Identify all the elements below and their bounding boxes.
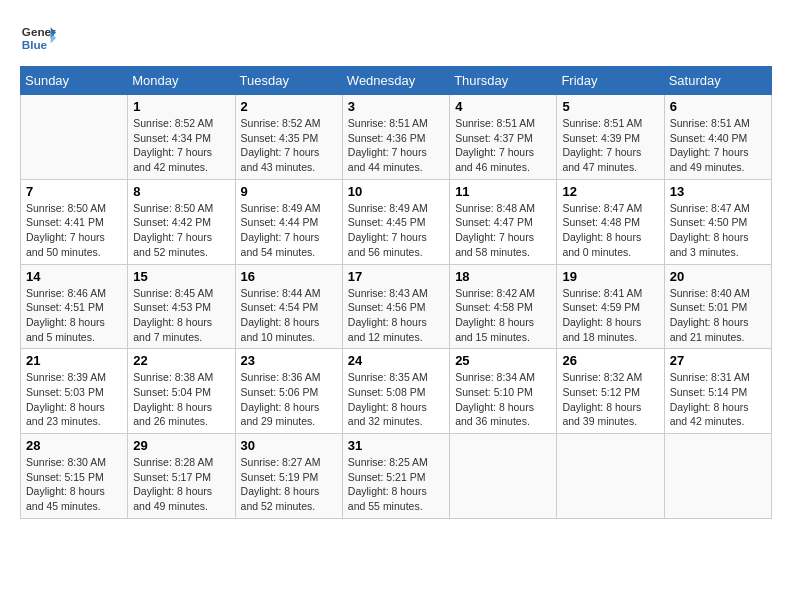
- day-info: Sunrise: 8:51 AMSunset: 4:40 PMDaylight:…: [670, 116, 766, 175]
- calendar-cell: 7 Sunrise: 8:50 AMSunset: 4:41 PMDayligh…: [21, 179, 128, 264]
- calendar-week-5: 28 Sunrise: 8:30 AMSunset: 5:15 PMDaylig…: [21, 434, 772, 519]
- calendar-cell: 9 Sunrise: 8:49 AMSunset: 4:44 PMDayligh…: [235, 179, 342, 264]
- day-number: 13: [670, 184, 766, 199]
- calendar-cell: 28 Sunrise: 8:30 AMSunset: 5:15 PMDaylig…: [21, 434, 128, 519]
- calendar-week-2: 7 Sunrise: 8:50 AMSunset: 4:41 PMDayligh…: [21, 179, 772, 264]
- day-number: 6: [670, 99, 766, 114]
- calendar-cell: 29 Sunrise: 8:28 AMSunset: 5:17 PMDaylig…: [128, 434, 235, 519]
- calendar-cell: [450, 434, 557, 519]
- day-number: 14: [26, 269, 122, 284]
- calendar-cell: 14 Sunrise: 8:46 AMSunset: 4:51 PMDaylig…: [21, 264, 128, 349]
- calendar-cell: 27 Sunrise: 8:31 AMSunset: 5:14 PMDaylig…: [664, 349, 771, 434]
- day-number: 17: [348, 269, 444, 284]
- calendar-cell: 20 Sunrise: 8:40 AMSunset: 5:01 PMDaylig…: [664, 264, 771, 349]
- calendar-table: SundayMondayTuesdayWednesdayThursdayFrid…: [20, 66, 772, 519]
- calendar-cell: 1 Sunrise: 8:52 AMSunset: 4:34 PMDayligh…: [128, 95, 235, 180]
- calendar-cell: [21, 95, 128, 180]
- calendar-cell: 13 Sunrise: 8:47 AMSunset: 4:50 PMDaylig…: [664, 179, 771, 264]
- day-info: Sunrise: 8:51 AMSunset: 4:39 PMDaylight:…: [562, 116, 658, 175]
- calendar-cell: 6 Sunrise: 8:51 AMSunset: 4:40 PMDayligh…: [664, 95, 771, 180]
- day-info: Sunrise: 8:39 AMSunset: 5:03 PMDaylight:…: [26, 370, 122, 429]
- calendar-cell: 21 Sunrise: 8:39 AMSunset: 5:03 PMDaylig…: [21, 349, 128, 434]
- day-number: 29: [133, 438, 229, 453]
- weekday-header-thursday: Thursday: [450, 67, 557, 95]
- day-number: 11: [455, 184, 551, 199]
- day-number: 12: [562, 184, 658, 199]
- day-info: Sunrise: 8:49 AMSunset: 4:44 PMDaylight:…: [241, 201, 337, 260]
- svg-text:Blue: Blue: [22, 38, 48, 51]
- day-info: Sunrise: 8:51 AMSunset: 4:37 PMDaylight:…: [455, 116, 551, 175]
- day-number: 23: [241, 353, 337, 368]
- day-number: 2: [241, 99, 337, 114]
- day-info: Sunrise: 8:30 AMSunset: 5:15 PMDaylight:…: [26, 455, 122, 514]
- day-info: Sunrise: 8:25 AMSunset: 5:21 PMDaylight:…: [348, 455, 444, 514]
- calendar-cell: 11 Sunrise: 8:48 AMSunset: 4:47 PMDaylig…: [450, 179, 557, 264]
- day-info: Sunrise: 8:49 AMSunset: 4:45 PMDaylight:…: [348, 201, 444, 260]
- day-number: 25: [455, 353, 551, 368]
- day-info: Sunrise: 8:42 AMSunset: 4:58 PMDaylight:…: [455, 286, 551, 345]
- calendar-cell: 17 Sunrise: 8:43 AMSunset: 4:56 PMDaylig…: [342, 264, 449, 349]
- day-info: Sunrise: 8:34 AMSunset: 5:10 PMDaylight:…: [455, 370, 551, 429]
- calendar-cell: 5 Sunrise: 8:51 AMSunset: 4:39 PMDayligh…: [557, 95, 664, 180]
- day-number: 16: [241, 269, 337, 284]
- day-number: 1: [133, 99, 229, 114]
- day-number: 24: [348, 353, 444, 368]
- day-number: 27: [670, 353, 766, 368]
- day-info: Sunrise: 8:27 AMSunset: 5:19 PMDaylight:…: [241, 455, 337, 514]
- day-info: Sunrise: 8:47 AMSunset: 4:48 PMDaylight:…: [562, 201, 658, 260]
- day-info: Sunrise: 8:51 AMSunset: 4:36 PMDaylight:…: [348, 116, 444, 175]
- weekday-header-sunday: Sunday: [21, 67, 128, 95]
- day-info: Sunrise: 8:52 AMSunset: 4:35 PMDaylight:…: [241, 116, 337, 175]
- page-header: General Blue: [20, 20, 772, 56]
- weekday-header-monday: Monday: [128, 67, 235, 95]
- day-info: Sunrise: 8:48 AMSunset: 4:47 PMDaylight:…: [455, 201, 551, 260]
- weekday-header-saturday: Saturday: [664, 67, 771, 95]
- calendar-cell: 15 Sunrise: 8:45 AMSunset: 4:53 PMDaylig…: [128, 264, 235, 349]
- calendar-week-4: 21 Sunrise: 8:39 AMSunset: 5:03 PMDaylig…: [21, 349, 772, 434]
- calendar-cell: 25 Sunrise: 8:34 AMSunset: 5:10 PMDaylig…: [450, 349, 557, 434]
- day-info: Sunrise: 8:45 AMSunset: 4:53 PMDaylight:…: [133, 286, 229, 345]
- calendar-cell: 8 Sunrise: 8:50 AMSunset: 4:42 PMDayligh…: [128, 179, 235, 264]
- day-info: Sunrise: 8:35 AMSunset: 5:08 PMDaylight:…: [348, 370, 444, 429]
- calendar-week-1: 1 Sunrise: 8:52 AMSunset: 4:34 PMDayligh…: [21, 95, 772, 180]
- calendar-cell: 3 Sunrise: 8:51 AMSunset: 4:36 PMDayligh…: [342, 95, 449, 180]
- day-number: 19: [562, 269, 658, 284]
- day-info: Sunrise: 8:32 AMSunset: 5:12 PMDaylight:…: [562, 370, 658, 429]
- day-info: Sunrise: 8:50 AMSunset: 4:42 PMDaylight:…: [133, 201, 229, 260]
- day-number: 4: [455, 99, 551, 114]
- calendar-cell: 31 Sunrise: 8:25 AMSunset: 5:21 PMDaylig…: [342, 434, 449, 519]
- calendar-cell: 12 Sunrise: 8:47 AMSunset: 4:48 PMDaylig…: [557, 179, 664, 264]
- logo: General Blue: [20, 20, 56, 56]
- day-number: 5: [562, 99, 658, 114]
- calendar-cell: [557, 434, 664, 519]
- day-number: 31: [348, 438, 444, 453]
- day-number: 7: [26, 184, 122, 199]
- calendar-cell: 10 Sunrise: 8:49 AMSunset: 4:45 PMDaylig…: [342, 179, 449, 264]
- day-number: 28: [26, 438, 122, 453]
- calendar-cell: 18 Sunrise: 8:42 AMSunset: 4:58 PMDaylig…: [450, 264, 557, 349]
- calendar-cell: 23 Sunrise: 8:36 AMSunset: 5:06 PMDaylig…: [235, 349, 342, 434]
- day-info: Sunrise: 8:46 AMSunset: 4:51 PMDaylight:…: [26, 286, 122, 345]
- day-number: 8: [133, 184, 229, 199]
- day-info: Sunrise: 8:36 AMSunset: 5:06 PMDaylight:…: [241, 370, 337, 429]
- day-info: Sunrise: 8:38 AMSunset: 5:04 PMDaylight:…: [133, 370, 229, 429]
- day-info: Sunrise: 8:31 AMSunset: 5:14 PMDaylight:…: [670, 370, 766, 429]
- day-info: Sunrise: 8:41 AMSunset: 4:59 PMDaylight:…: [562, 286, 658, 345]
- logo-icon: General Blue: [20, 20, 56, 56]
- day-number: 10: [348, 184, 444, 199]
- calendar-cell: 16 Sunrise: 8:44 AMSunset: 4:54 PMDaylig…: [235, 264, 342, 349]
- day-info: Sunrise: 8:40 AMSunset: 5:01 PMDaylight:…: [670, 286, 766, 345]
- day-info: Sunrise: 8:52 AMSunset: 4:34 PMDaylight:…: [133, 116, 229, 175]
- day-info: Sunrise: 8:44 AMSunset: 4:54 PMDaylight:…: [241, 286, 337, 345]
- calendar-week-3: 14 Sunrise: 8:46 AMSunset: 4:51 PMDaylig…: [21, 264, 772, 349]
- weekday-header-tuesday: Tuesday: [235, 67, 342, 95]
- day-number: 18: [455, 269, 551, 284]
- day-number: 21: [26, 353, 122, 368]
- day-info: Sunrise: 8:47 AMSunset: 4:50 PMDaylight:…: [670, 201, 766, 260]
- calendar-cell: 30 Sunrise: 8:27 AMSunset: 5:19 PMDaylig…: [235, 434, 342, 519]
- day-number: 15: [133, 269, 229, 284]
- calendar-cell: 22 Sunrise: 8:38 AMSunset: 5:04 PMDaylig…: [128, 349, 235, 434]
- day-number: 20: [670, 269, 766, 284]
- calendar-cell: [664, 434, 771, 519]
- weekday-header-wednesday: Wednesday: [342, 67, 449, 95]
